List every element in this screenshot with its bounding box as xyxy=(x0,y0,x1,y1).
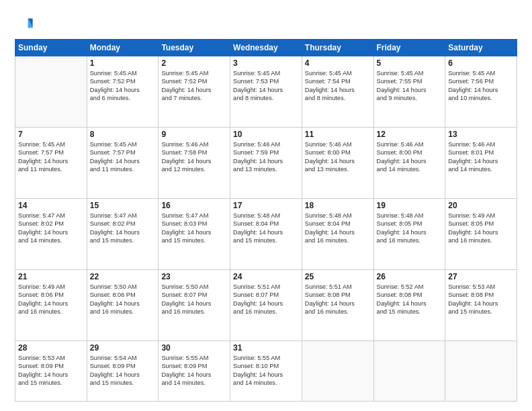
day-number: 13 xyxy=(448,130,514,139)
cell-content: Sunrise: 5:49 AMSunset: 8:05 PMDaylight:… xyxy=(448,212,514,245)
calendar-cell: 9Sunrise: 5:46 AMSunset: 7:58 PMDaylight… xyxy=(159,127,230,198)
day-number: 5 xyxy=(377,58,443,68)
cell-content: Sunrise: 5:53 AMSunset: 8:08 PMDaylight:… xyxy=(448,283,514,316)
calendar-week-row: 7Sunrise: 5:45 AMSunset: 7:57 PMDaylight… xyxy=(15,127,517,198)
day-number: 12 xyxy=(377,130,443,139)
cell-content: Sunrise: 5:48 AMSunset: 8:05 PMDaylight:… xyxy=(377,212,443,245)
day-number: 8 xyxy=(90,130,156,139)
calendar-cell: 8Sunrise: 5:45 AMSunset: 7:57 PMDaylight… xyxy=(87,127,159,198)
calendar-cell xyxy=(15,56,87,128)
day-number: 31 xyxy=(233,343,299,353)
calendar-cell xyxy=(302,340,373,401)
day-number: 23 xyxy=(161,272,227,281)
calendar-cell: 6Sunrise: 5:45 AMSunset: 7:56 PMDaylight… xyxy=(445,56,517,128)
day-header-sunday: Sunday xyxy=(15,40,87,56)
day-number: 21 xyxy=(18,272,84,281)
cell-content: Sunrise: 5:54 AMSunset: 8:09 PMDaylight:… xyxy=(90,354,156,387)
calendar-cell: 12Sunrise: 5:46 AMSunset: 8:00 PMDayligh… xyxy=(373,127,445,198)
day-number: 10 xyxy=(233,130,299,139)
calendar-page: SundayMondayTuesdayWednesdayThursdayFrid… xyxy=(0,0,532,411)
day-number: 29 xyxy=(90,343,156,353)
calendar-cell: 18Sunrise: 5:48 AMSunset: 8:04 PMDayligh… xyxy=(302,198,373,269)
day-number: 27 xyxy=(448,272,514,281)
cell-content: Sunrise: 5:45 AMSunset: 7:57 PMDaylight:… xyxy=(18,140,84,174)
day-number: 3 xyxy=(233,58,299,68)
day-number: 18 xyxy=(305,201,371,210)
cell-content: Sunrise: 5:45 AMSunset: 7:56 PMDaylight:… xyxy=(448,69,514,103)
day-number: 1 xyxy=(90,58,156,68)
calendar-cell: 16Sunrise: 5:47 AMSunset: 8:03 PMDayligh… xyxy=(159,198,230,269)
day-header-monday: Monday xyxy=(87,40,159,56)
calendar-cell: 28Sunrise: 5:53 AMSunset: 8:09 PMDayligh… xyxy=(15,340,87,401)
day-header-tuesday: Tuesday xyxy=(159,40,230,56)
calendar-cell: 30Sunrise: 5:55 AMSunset: 8:09 PMDayligh… xyxy=(159,340,230,401)
cell-content: Sunrise: 5:45 AMSunset: 7:52 PMDaylight:… xyxy=(161,69,227,103)
calendar-week-row: 14Sunrise: 5:47 AMSunset: 8:02 PMDayligh… xyxy=(15,198,517,269)
cell-content: Sunrise: 5:48 AMSunset: 8:04 PMDaylight:… xyxy=(233,212,299,245)
calendar-cell: 14Sunrise: 5:47 AMSunset: 8:02 PMDayligh… xyxy=(15,198,87,269)
cell-content: Sunrise: 5:45 AMSunset: 7:53 PMDaylight:… xyxy=(233,69,299,103)
calendar-cell xyxy=(445,340,517,401)
day-number: 28 xyxy=(18,343,84,353)
day-number: 25 xyxy=(305,272,371,281)
day-number: 14 xyxy=(18,201,84,210)
cell-content: Sunrise: 5:45 AMSunset: 7:57 PMDaylight:… xyxy=(90,140,156,174)
calendar-cell: 24Sunrise: 5:51 AMSunset: 8:07 PMDayligh… xyxy=(230,269,302,340)
cell-content: Sunrise: 5:55 AMSunset: 8:09 PMDaylight:… xyxy=(161,354,227,387)
day-number: 24 xyxy=(233,272,299,281)
day-number: 19 xyxy=(377,201,443,210)
day-number: 16 xyxy=(161,201,227,210)
day-number: 30 xyxy=(161,343,227,353)
calendar-cell: 31Sunrise: 5:55 AMSunset: 8:10 PMDayligh… xyxy=(230,340,302,401)
day-header-friday: Friday xyxy=(373,40,445,56)
calendar-cell: 19Sunrise: 5:48 AMSunset: 8:05 PMDayligh… xyxy=(373,198,445,269)
cell-content: Sunrise: 5:47 AMSunset: 8:03 PMDaylight:… xyxy=(161,212,227,245)
cell-content: Sunrise: 5:51 AMSunset: 8:08 PMDaylight:… xyxy=(305,283,371,316)
calendar-week-row: 28Sunrise: 5:53 AMSunset: 8:09 PMDayligh… xyxy=(15,340,517,401)
cell-content: Sunrise: 5:50 AMSunset: 8:07 PMDaylight:… xyxy=(161,283,227,316)
calendar-cell: 20Sunrise: 5:49 AMSunset: 8:05 PMDayligh… xyxy=(445,198,517,269)
cell-content: Sunrise: 5:45 AMSunset: 7:54 PMDaylight:… xyxy=(305,69,371,103)
day-header-wednesday: Wednesday xyxy=(230,40,302,56)
calendar-cell: 1Sunrise: 5:45 AMSunset: 7:52 PMDaylight… xyxy=(87,56,159,128)
calendar-cell: 11Sunrise: 5:46 AMSunset: 8:00 PMDayligh… xyxy=(302,127,373,198)
day-number: 17 xyxy=(233,201,299,210)
cell-content: Sunrise: 5:55 AMSunset: 8:10 PMDaylight:… xyxy=(233,354,299,387)
calendar-cell: 23Sunrise: 5:50 AMSunset: 8:07 PMDayligh… xyxy=(159,269,230,340)
calendar-cell: 17Sunrise: 5:48 AMSunset: 8:04 PMDayligh… xyxy=(230,198,302,269)
day-number: 20 xyxy=(448,201,514,210)
cell-content: Sunrise: 5:53 AMSunset: 8:09 PMDaylight:… xyxy=(18,354,84,387)
day-number: 22 xyxy=(90,272,156,281)
cell-content: Sunrise: 5:47 AMSunset: 8:02 PMDaylight:… xyxy=(18,212,84,245)
calendar-cell: 15Sunrise: 5:47 AMSunset: 8:02 PMDayligh… xyxy=(87,198,159,269)
calendar-header-row: SundayMondayTuesdayWednesdayThursdayFrid… xyxy=(15,40,517,56)
calendar-cell: 13Sunrise: 5:46 AMSunset: 8:01 PMDayligh… xyxy=(445,127,517,198)
cell-content: Sunrise: 5:46 AMSunset: 7:58 PMDaylight:… xyxy=(161,140,227,174)
calendar-cell: 5Sunrise: 5:45 AMSunset: 7:55 PMDaylight… xyxy=(373,56,445,128)
calendar-cell: 22Sunrise: 5:50 AMSunset: 8:06 PMDayligh… xyxy=(87,269,159,340)
day-number: 7 xyxy=(18,130,84,139)
calendar-cell xyxy=(373,340,445,401)
calendar-cell: 4Sunrise: 5:45 AMSunset: 7:54 PMDaylight… xyxy=(302,56,373,128)
calendar-cell: 29Sunrise: 5:54 AMSunset: 8:09 PMDayligh… xyxy=(87,340,159,401)
cell-content: Sunrise: 5:52 AMSunset: 8:08 PMDaylight:… xyxy=(377,283,443,316)
cell-content: Sunrise: 5:51 AMSunset: 8:07 PMDaylight:… xyxy=(233,283,299,316)
calendar-week-row: 21Sunrise: 5:49 AMSunset: 8:06 PMDayligh… xyxy=(15,269,517,340)
calendar-cell: 26Sunrise: 5:52 AMSunset: 8:08 PMDayligh… xyxy=(373,269,445,340)
calendar-cell: 10Sunrise: 5:46 AMSunset: 7:59 PMDayligh… xyxy=(230,127,302,198)
cell-content: Sunrise: 5:46 AMSunset: 8:00 PMDaylight:… xyxy=(377,140,443,174)
day-number: 11 xyxy=(305,130,371,139)
header-area xyxy=(15,12,517,34)
cell-content: Sunrise: 5:45 AMSunset: 7:52 PMDaylight:… xyxy=(90,69,156,103)
calendar-week-row: 1Sunrise: 5:45 AMSunset: 7:52 PMDaylight… xyxy=(15,56,517,128)
calendar-cell: 25Sunrise: 5:51 AMSunset: 8:08 PMDayligh… xyxy=(302,269,373,340)
cell-content: Sunrise: 5:46 AMSunset: 7:59 PMDaylight:… xyxy=(233,140,299,174)
day-number: 9 xyxy=(161,130,227,139)
cell-content: Sunrise: 5:47 AMSunset: 8:02 PMDaylight:… xyxy=(90,212,156,245)
day-number: 6 xyxy=(448,58,514,68)
day-header-thursday: Thursday xyxy=(302,40,373,56)
calendar-cell: 3Sunrise: 5:45 AMSunset: 7:53 PMDaylight… xyxy=(230,56,302,128)
calendar-table: SundayMondayTuesdayWednesdayThursdayFrid… xyxy=(15,39,517,402)
calendar-cell: 7Sunrise: 5:45 AMSunset: 7:57 PMDaylight… xyxy=(15,127,87,198)
day-number: 15 xyxy=(90,201,156,210)
